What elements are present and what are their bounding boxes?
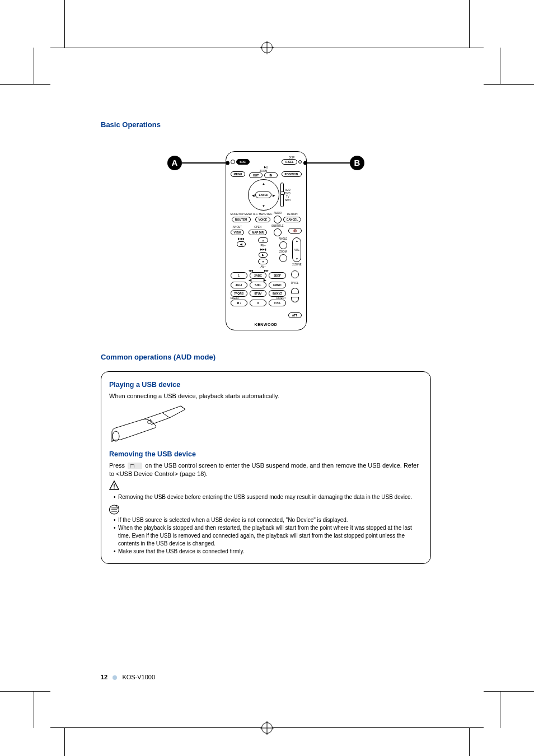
left-arrow-icon: ◀ bbox=[252, 193, 255, 197]
mode-switch bbox=[280, 183, 284, 207]
note-item: When the playback is stopped and then re… bbox=[114, 524, 423, 548]
angle-button bbox=[279, 241, 287, 249]
remote-figure: A B SRC DISP O.SEL ▶|| MENU bbox=[171, 151, 361, 330]
removing-text-b: on the USB control screen to enter the U… bbox=[109, 462, 419, 477]
dpad: ▲ ▼ ◀ ▶ ENTER bbox=[248, 179, 279, 211]
routem-top-label: MODE/TOP MENU bbox=[231, 213, 252, 216]
fm-label: FM+ bbox=[261, 244, 266, 247]
return-label: RETURN bbox=[287, 213, 298, 216]
routem-button: ROUTEM bbox=[232, 217, 251, 222]
key-5: 5JKL bbox=[250, 282, 266, 288]
vol-rocker: ▲ VOL ▼ bbox=[292, 237, 301, 262]
zoom2-label: ZOOM bbox=[279, 250, 287, 253]
zone-label: 2 ZONE bbox=[292, 263, 301, 266]
key-4: 4GHI bbox=[231, 282, 247, 288]
nav-up-button: ▲ bbox=[258, 237, 268, 243]
prev-label: ▮◀◀ bbox=[238, 237, 244, 240]
key-9: 9WXYZ bbox=[269, 290, 285, 297]
key-0: 0 bbox=[250, 300, 266, 306]
key-1: 1 bbox=[231, 272, 247, 279]
rvol-label: R.VOL bbox=[291, 282, 299, 284]
zone2-button bbox=[291, 270, 299, 278]
note-item: If the USB source is selected when a USB… bbox=[114, 516, 423, 524]
ff-label: ▶▶ bbox=[264, 269, 269, 272]
note-list: If the USB source is selected when a USB… bbox=[114, 516, 423, 556]
nav-col-left: ▮◀◀ ◀ bbox=[231, 237, 252, 247]
menu-button: MENU bbox=[231, 171, 246, 177]
mute-button: 🔇 bbox=[288, 228, 302, 234]
vol-label: VOL bbox=[294, 249, 299, 251]
vol-up-icon: ▲ bbox=[296, 239, 298, 242]
vol-down-icon: ▼ bbox=[296, 257, 298, 260]
step-back-label: ◀|| bbox=[249, 279, 252, 282]
mode-aud-label: AUD bbox=[285, 189, 291, 192]
att-button: ATT bbox=[288, 312, 302, 318]
nav-down-button: ▼ bbox=[258, 259, 268, 264]
svg-point-4 bbox=[114, 487, 115, 488]
subtitle-label: SUBTITLE bbox=[271, 225, 284, 227]
key-6: 6MNO bbox=[269, 282, 285, 288]
cancel-button: CANCEL bbox=[283, 217, 302, 222]
warn-item: Removing the USB device before entering … bbox=[114, 493, 423, 501]
zoom-in-button: IN bbox=[264, 172, 278, 178]
removing-text: Press on the USB control screen to enter… bbox=[109, 461, 423, 478]
osel-button: O.SEL bbox=[282, 159, 297, 165]
page-number: 12 bbox=[101, 674, 107, 680]
mode-dvd-label: DVD bbox=[285, 192, 291, 195]
audio-top-label: AUDIO bbox=[274, 212, 282, 214]
key-3: 3DEF bbox=[269, 272, 285, 279]
open-label: OPEN bbox=[254, 226, 261, 228]
mode-navi-label: NAVI bbox=[285, 199, 291, 202]
footer-dot-icon bbox=[113, 675, 117, 680]
remote-diagram: SRC DISP O.SEL ▶|| MENU ZOOM bbox=[226, 151, 307, 330]
mapdir-button: MAP DIR bbox=[249, 230, 267, 235]
eject-icon bbox=[128, 463, 142, 469]
voice-button: VOICE bbox=[255, 217, 271, 222]
callout-a-line bbox=[182, 162, 229, 164]
mode-tv-label: TV bbox=[285, 195, 291, 198]
model-label: KOS-V1000 bbox=[122, 674, 155, 680]
svg-point-0 bbox=[113, 431, 119, 441]
page-content: Basic Operations A B SRC DISP O.SEL ▶| bbox=[101, 120, 431, 564]
led-icon bbox=[231, 160, 235, 164]
up-arrow-icon: ▲ bbox=[262, 182, 265, 185]
enter-button: ENTER bbox=[255, 192, 271, 198]
key-7: 7PQRS bbox=[231, 290, 247, 297]
avout-label: AV OUT bbox=[233, 226, 242, 228]
page-footer: 12 KOS-V1000 bbox=[101, 674, 155, 680]
instructions-box: Playing a USB device When connecting a U… bbox=[101, 371, 431, 564]
vol-col-wrap: ▲ VOL ▼ 2 ZONE bbox=[292, 237, 301, 266]
key-hash: # BS bbox=[269, 300, 285, 306]
nav-col-mid: ▲ FM+ ▶▶▮ ▶ ▼ AM– bbox=[252, 237, 274, 268]
brand-label: KENWOOD bbox=[255, 323, 278, 326]
note-item: Make sure that the USB device is connect… bbox=[114, 548, 423, 556]
removing-heading: Removing the USB device bbox=[109, 450, 423, 458]
key-2: 2ABC bbox=[250, 272, 266, 279]
callout-b: B bbox=[350, 156, 364, 170]
angle-label: ANGLE bbox=[279, 237, 287, 240]
nav-left-button: ◀ bbox=[237, 241, 246, 247]
common-ops-heading: Common operations (AUD mode) bbox=[101, 353, 431, 361]
subtitle-button bbox=[274, 228, 282, 236]
audio-button bbox=[274, 216, 282, 223]
usb-illustration bbox=[109, 404, 423, 445]
down-arrow-icon: ▼ bbox=[262, 204, 265, 208]
key-8: 8TUV bbox=[250, 290, 266, 297]
note-icon bbox=[109, 505, 120, 515]
rvol-down bbox=[291, 297, 299, 302]
am-label: AM– bbox=[260, 265, 265, 268]
numpad: 1 2ABC 3DEF bbox=[231, 272, 286, 279]
playing-text: When connecting a USB device, playback s… bbox=[109, 392, 423, 400]
rvol-up bbox=[291, 288, 299, 293]
warning-list: Removing the USB device before entering … bbox=[114, 493, 423, 501]
playing-heading: Playing a USB device bbox=[109, 381, 423, 389]
led-icon bbox=[298, 160, 302, 164]
zoom-out-button: OUT bbox=[249, 172, 263, 178]
removing-text-a: Press bbox=[109, 462, 127, 469]
play-pause-label: ▶|| bbox=[264, 166, 268, 169]
zoom-button bbox=[279, 254, 287, 262]
warning-icon bbox=[109, 480, 119, 491]
nav-right-button: ▶ bbox=[259, 252, 268, 258]
nav-col-zoom: ANGLE ZOOM bbox=[275, 237, 292, 262]
src-button: SRC bbox=[236, 159, 250, 165]
